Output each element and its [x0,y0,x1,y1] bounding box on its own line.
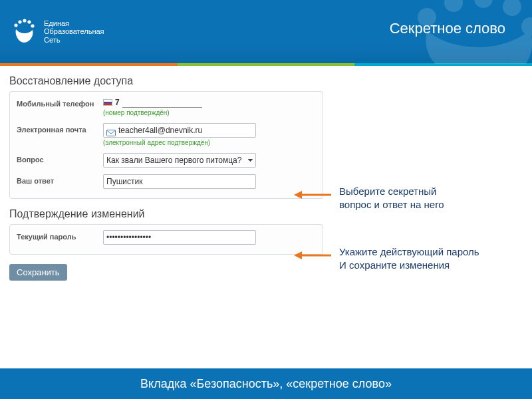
brand-line3: Сеть [44,36,104,45]
callout-line: вопрос и ответ на него [339,198,523,211]
russia-flag-icon [103,99,112,106]
svg-point-3 [27,20,31,23]
question-label: Вопрос [17,153,103,164]
svg-point-8 [503,0,521,16]
svg-marker-14 [294,251,302,259]
brand-line2: Образовательная [44,27,104,36]
brand-line1: Единая [44,19,104,28]
hand-icon [9,17,39,47]
answer-label: Ваш ответ [17,174,103,185]
arrow-left-icon [294,249,331,261]
phone-hint: (номер подтверждён) [103,109,316,116]
recovery-panel: Мобильный телефон 7 (номер подтверждён) … [9,91,323,199]
callout-line: Выберите секретный [339,185,523,198]
callout-line: И сохраните изменения [339,259,523,272]
page-title: Секретное слово [390,20,505,37]
email-label: Электронная почта [17,123,103,134]
confirm-panel: Текущий пароль [9,224,323,255]
svg-marker-12 [294,191,302,199]
email-hint: (электронный адрес подтверждён) [103,139,316,146]
recovery-title: Восстановление доступа [9,75,323,87]
password-label: Текущий пароль [17,230,103,241]
svg-point-2 [23,19,26,22]
brand-text: Единая Образовательная Сеть [44,19,104,45]
svg-point-6 [444,0,463,12]
question-select[interactable]: Как звали Вашего первого питомца? [103,153,256,168]
form-column: Восстановление доступа Мобильный телефон… [9,75,323,305]
color-stripe [0,63,532,66]
brand-logo: Единая Образовательная Сеть [0,17,104,47]
callout-question: Выберите секретный вопрос и ответ на нег… [334,185,523,212]
svg-point-4 [31,24,34,27]
svg-point-7 [474,0,493,8]
email-input[interactable] [118,126,253,135]
callout-password: Укажите действующий пароль И сохраните и… [334,245,523,273]
mail-icon [106,127,116,134]
callout-column: Выберите секретный вопрос и ответ на нег… [334,75,523,305]
callout-line: Укажите действующий пароль [339,245,523,259]
answer-input[interactable] [103,174,256,189]
email-input-wrap[interactable] [103,123,256,138]
phone-code: 7 [115,98,120,107]
confirm-title: Подтверждение изменений [9,208,323,220]
password-input[interactable] [103,230,256,245]
header: Единая Образовательная Сеть Секретное сл… [0,0,532,63]
svg-point-9 [521,17,532,36]
footer-caption: Вкладка «Безопасность», «секретное слово… [0,368,532,399]
phone-label: Мобильный телефон [17,97,103,108]
save-button[interactable]: Сохранить [9,264,67,281]
arrow-left-icon [294,189,331,201]
phone-input[interactable] [122,97,202,108]
content: Восстановление доступа Мобильный телефон… [0,66,532,305]
svg-point-1 [18,20,21,23]
svg-rect-10 [107,130,116,136]
svg-point-0 [14,23,17,27]
